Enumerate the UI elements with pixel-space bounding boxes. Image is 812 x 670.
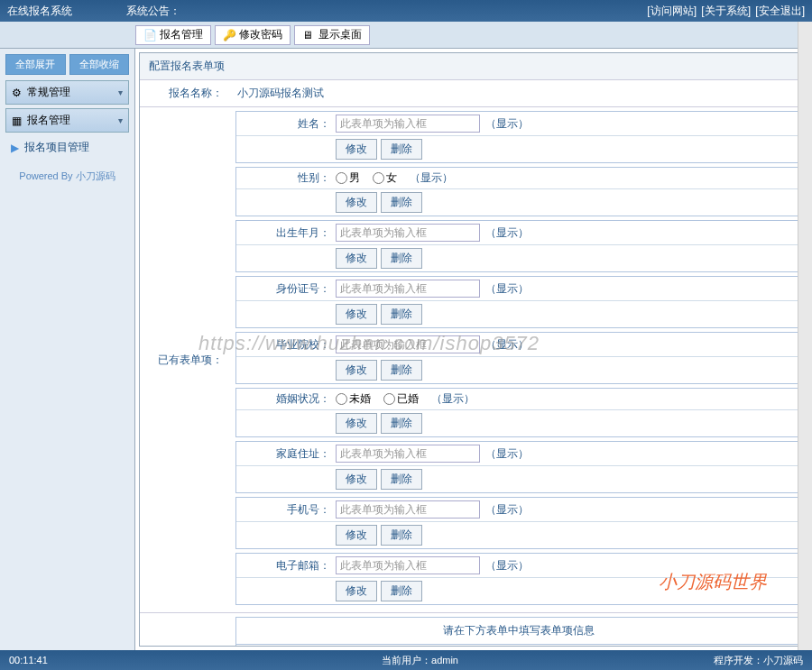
display-indicator: （显示） (431, 391, 475, 407)
field-text-input[interactable] (336, 280, 480, 298)
delete-button[interactable]: 删除 (381, 469, 422, 490)
name-row: 报名名称： 小刀源码报名测试 (140, 80, 807, 107)
add-field-row: 增加表单项： 请在下方表单中填写表单项信息 标题： * 表单项类型： (140, 613, 807, 647)
field-block: 婚姻状况：未婚已婚（显示）修改删除 (235, 388, 802, 437)
app-title: 在线报名系统 (7, 4, 72, 19)
field-label: 身份证号： (236, 281, 336, 297)
display-indicator: （显示） (485, 281, 529, 297)
toolbar-desktop-button[interactable]: 🖥 显示桌面 (294, 25, 370, 45)
delete-button[interactable]: 删除 (381, 192, 422, 213)
field-block: 家庭住址：（显示）修改删除 (235, 441, 802, 493)
list-icon: ▦ (12, 115, 22, 127)
field-text-input[interactable] (336, 224, 480, 242)
toolbar-password-button[interactable]: 🔑 修改密码 (215, 25, 291, 45)
link-logout[interactable]: [安全退出] (755, 5, 805, 17)
field-radio[interactable] (373, 172, 384, 184)
field-label: 出生年月： (236, 225, 336, 241)
config-title: 配置报名表单项 (140, 53, 807, 80)
field-label: 手机号： (236, 502, 336, 518)
name-label: 报名名称： (140, 80, 230, 106)
key-icon: 🔑 (223, 29, 235, 41)
field-block: 身份证号：（显示）修改删除 (235, 276, 802, 328)
delete-button[interactable]: 删除 (381, 304, 422, 325)
edit-button[interactable]: 修改 (336, 139, 377, 160)
field-block: 毕业院校：（显示）修改删除 (235, 332, 802, 384)
footer-bar: 00:11:41 当前用户：admin 程序开发：小刀源码 (0, 650, 812, 670)
display-indicator: （显示） (485, 502, 529, 518)
display-indicator: （显示） (410, 170, 453, 186)
existing-label: 已有表单项： (140, 107, 230, 612)
link-visit-site[interactable]: [访问网站] (647, 5, 697, 17)
field-label: 婚姻状况： (236, 391, 336, 407)
toolbar: 📄 报名管理 🔑 修改密码 🖥 显示桌面 (0, 22, 812, 49)
sidebar-item-project[interactable]: ▶ 报名项目管理 (5, 136, 129, 159)
field-label: 毕业院校： (236, 337, 336, 353)
link-about[interactable]: [关于系统] (701, 5, 751, 17)
delete-button[interactable]: 删除 (381, 581, 422, 601)
existing-fields-row: 已有表单项： 姓名：（显示）修改删除性别：男女（显示）修改删除出生年月：（显示）… (140, 107, 807, 613)
delete-button[interactable]: 删除 (381, 413, 422, 434)
add-label: 增加表单项： (140, 613, 230, 647)
sidebar-item-general[interactable]: ⚙ 常规管理 ▾ (5, 80, 129, 105)
delete-button[interactable]: 删除 (381, 525, 422, 546)
edit-button[interactable]: 修改 (336, 413, 377, 434)
display-indicator: （显示） (485, 446, 529, 462)
chevron-down-icon: ▾ (118, 87, 123, 97)
chevron-down-icon: ▾ (118, 115, 123, 125)
field-label: 家庭住址： (236, 446, 336, 462)
sidebar-item-signup[interactable]: ▦ 报名管理 ▾ (5, 108, 129, 133)
display-indicator: （显示） (485, 337, 529, 353)
field-text-input[interactable] (336, 115, 480, 133)
display-indicator: （显示） (485, 225, 529, 241)
field-label: 姓名： (236, 116, 336, 132)
desktop-icon: 🖥 (302, 29, 315, 41)
name-value: 小刀源码报名测试 (230, 80, 807, 106)
toolbar-signup-button[interactable]: 📄 报名管理 (135, 25, 211, 45)
announce-label: 系统公告： (126, 4, 180, 19)
field-block: 性别：男女（显示）修改删除 (235, 167, 802, 216)
field-block: 出生年月：（显示）修改删除 (235, 220, 802, 272)
vertical-scrollbar[interactable] (798, 22, 812, 650)
sidebar-powered-by: Powered By 小刀源码 (5, 170, 129, 183)
edit-button[interactable]: 修改 (336, 581, 377, 601)
edit-button[interactable]: 修改 (336, 304, 377, 325)
field-radio[interactable] (336, 393, 347, 405)
header-bar: 在线报名系统 系统公告： [访问网站] [关于系统] [安全退出] (0, 0, 812, 22)
edit-button[interactable]: 修改 (336, 360, 377, 381)
field-radio[interactable] (336, 172, 347, 184)
field-text-input[interactable] (336, 500, 480, 519)
field-text-input[interactable] (336, 445, 480, 463)
delete-button[interactable]: 删除 (381, 139, 422, 160)
field-text-input[interactable] (336, 556, 480, 574)
play-icon: ▶ (11, 142, 19, 154)
expand-all-button[interactable]: 全部展开 (5, 54, 66, 75)
sidebar: 全部展开 全部收缩 ⚙ 常规管理 ▾ ▦ 报名管理 ▾ ▶ 报名项目管理 Pow… (0, 49, 135, 650)
edit-button[interactable]: 修改 (336, 469, 377, 490)
document-icon: 📄 (143, 29, 156, 41)
field-block: 姓名：（显示）修改删除 (235, 111, 802, 163)
field-text-input[interactable] (336, 335, 480, 353)
edit-button[interactable]: 修改 (336, 192, 377, 213)
footer-user: 当前用户：admin (126, 654, 714, 667)
field-block: 电子邮箱：（显示）修改删除 (235, 553, 802, 605)
main-content: 配置报名表单项 报名名称： 小刀源码报名测试 已有表单项： 姓名：（显示）修改删… (139, 52, 808, 647)
footer-time: 00:11:41 (9, 655, 126, 665)
footer-dev: 程序开发：小刀源码 (714, 654, 803, 667)
gear-icon: ⚙ (12, 87, 22, 99)
fields-container: 姓名：（显示）修改删除性别：男女（显示）修改删除出生年月：（显示）修改删除身份证… (230, 107, 807, 612)
delete-button[interactable]: 删除 (381, 360, 422, 381)
field-label: 性别： (236, 170, 336, 186)
add-hint: 请在下方表单中填写表单项信息 (235, 617, 802, 644)
display-indicator: （显示） (485, 558, 529, 574)
display-indicator: （显示） (485, 116, 529, 132)
delete-button[interactable]: 删除 (381, 248, 422, 269)
field-block: 手机号：（显示）修改删除 (235, 497, 802, 549)
edit-button[interactable]: 修改 (336, 525, 377, 546)
header-links: [访问网站] [关于系统] [安全退出] (645, 4, 805, 19)
edit-button[interactable]: 修改 (336, 248, 377, 269)
collapse-all-button[interactable]: 全部收缩 (69, 54, 130, 75)
field-label: 电子邮箱： (236, 558, 336, 574)
field-radio[interactable] (383, 393, 395, 405)
